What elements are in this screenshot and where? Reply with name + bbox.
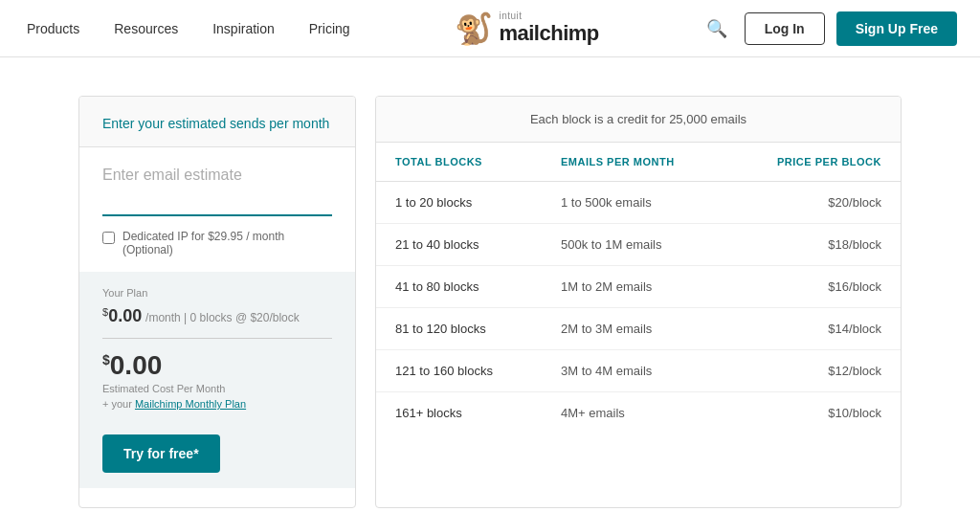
cell-price: $14/block (726, 308, 901, 350)
cell-price: $16/block (726, 266, 901, 308)
search-icon: 🔍 (706, 19, 727, 38)
header-prompt: Enter your estimated sends per month (102, 116, 332, 131)
cost-label: Estimated Cost Per Month (102, 383, 332, 394)
cost-amount: $0.00 (102, 350, 332, 381)
cell-emails: 500k to 1M emails (542, 224, 726, 266)
nav-resources[interactable]: Resources (110, 21, 182, 36)
monthly-plan-row: + your Mailchimp Monthly Plan (102, 398, 332, 410)
dedicated-ip-label[interactable]: Dedicated IP for $29.95 / month (Optiona… (122, 230, 332, 256)
nav-inspiration[interactable]: Inspiration (209, 21, 278, 36)
estimated-cost: $0.00 Estimated Cost Per Month + your Ma… (102, 350, 332, 410)
main-content: Enter your estimated sends per month Ent… (59, 96, 921, 512)
left-panel: Enter your estimated sends per month Ent… (78, 96, 356, 508)
cost-value: 0.00 (110, 350, 163, 380)
cell-blocks: 1 to 20 blocks (376, 182, 542, 224)
plan-price-detail: /month | 0 blocks @ $20/block (145, 311, 300, 324)
cell-price: $20/block (726, 182, 901, 224)
search-button[interactable]: 🔍 (701, 12, 733, 45)
pricing-grid: Enter your estimated sends per month Ent… (78, 96, 902, 508)
dedicated-ip-row: Dedicated IP for $29.95 / month (Optiona… (102, 230, 332, 256)
monthly-plan-prefix: + your (102, 398, 135, 410)
table-row: 121 to 160 blocks 3M to 4M emails $12/bl… (376, 350, 901, 392)
plan-box: Your Plan $0.00 /month | 0 blocks @ $20/… (79, 272, 355, 488)
right-header-text: Each block is a credit for 25,000 emails (530, 112, 746, 126)
nav-products[interactable]: Products (23, 21, 83, 36)
plan-label: Your Plan (102, 287, 332, 299)
nav-actions: 🔍 Log In Sign Up Free (701, 11, 957, 46)
try-free-button[interactable]: Try for free* (102, 434, 220, 473)
cell-price: $18/block (726, 224, 901, 266)
table-row: 81 to 120 blocks 2M to 3M emails $14/blo… (376, 308, 901, 350)
table-body: 1 to 20 blocks 1 to 500k emails $20/bloc… (376, 182, 901, 434)
cell-blocks: 121 to 160 blocks (376, 350, 542, 392)
nav-pricing[interactable]: Pricing (305, 21, 354, 36)
left-panel-body: Enter email estimate Dedicated IP for $2… (79, 147, 355, 507)
cell-emails: 4M+ emails (542, 392, 726, 434)
table-row: 41 to 80 blocks 1M to 2M emails $16/bloc… (376, 266, 901, 308)
cell-blocks: 41 to 80 blocks (376, 266, 542, 308)
left-panel-header: Enter your estimated sends per month (79, 97, 355, 147)
right-panel-header: Each block is a credit for 25,000 emails (376, 97, 901, 143)
login-button[interactable]: Log In (745, 12, 825, 45)
signup-button[interactable]: Sign Up Free (836, 11, 957, 46)
cell-emails: 3M to 4M emails (542, 350, 726, 392)
plan-price: 0.00 (108, 306, 142, 325)
table-header-row: TOTAL BLOCKS EMAILS PER MONTH PRICE PER … (376, 143, 901, 182)
logo-icon: 🐒 (455, 11, 493, 47)
table-row: 21 to 40 blocks 500k to 1M emails $18/bl… (376, 224, 901, 266)
col-blocks: TOTAL BLOCKS (376, 143, 542, 182)
logo-text: intuit mailchimp (499, 11, 598, 46)
cell-blocks: 161+ blocks (376, 392, 542, 434)
table-header: TOTAL BLOCKS EMAILS PER MONTH PRICE PER … (376, 143, 901, 182)
table-row: 161+ blocks 4M+ emails $10/block (376, 392, 901, 434)
cell-price: $12/block (726, 350, 901, 392)
cell-emails: 2M to 3M emails (542, 308, 726, 350)
email-estimate-input[interactable] (102, 189, 332, 216)
col-price: PRICE PER BLOCK (726, 143, 901, 182)
cell-blocks: 81 to 120 blocks (376, 308, 542, 350)
dedicated-ip-checkbox[interactable] (102, 232, 115, 244)
logo[interactable]: 🐒 intuit mailchimp (455, 11, 598, 47)
col-emails: EMAILS PER MONTH (542, 143, 726, 182)
plan-price-line: $0.00 /month | 0 blocks @ $20/block (102, 306, 332, 339)
logo-main: mailchimp (499, 21, 598, 46)
cell-emails: 1M to 2M emails (542, 266, 726, 308)
cell-blocks: 21 to 40 blocks (376, 224, 542, 266)
email-estimate-label: Enter email estimate (102, 167, 332, 184)
monthly-plan-link[interactable]: Mailchimp Monthly Plan (135, 398, 246, 410)
cell-price: $10/block (726, 392, 901, 434)
pricing-table: TOTAL BLOCKS EMAILS PER MONTH PRICE PER … (376, 143, 901, 434)
navbar: Products Resources Inspiration Pricing 🐒… (0, 0, 980, 57)
right-panel: Each block is a credit for 25,000 emails… (375, 96, 902, 508)
logo-prefix: intuit (499, 11, 598, 21)
table-row: 1 to 20 blocks 1 to 500k emails $20/bloc… (376, 182, 901, 224)
nav-links: Products Resources Inspiration Pricing (23, 21, 354, 36)
cell-emails: 1 to 500k emails (542, 182, 726, 224)
